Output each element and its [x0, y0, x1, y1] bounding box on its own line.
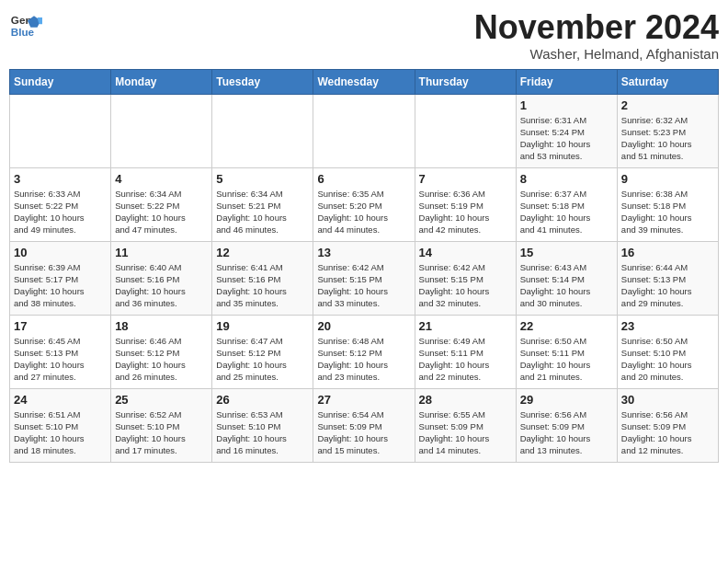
calendar-day-cell: 1Sunrise: 6:31 AMSunset: 5:24 PMDaylight…: [516, 94, 617, 167]
calendar-day-cell: 24Sunrise: 6:51 AMSunset: 5:10 PMDayligh…: [10, 388, 111, 462]
day-number: 17: [14, 319, 107, 333]
calendar-day-cell: 20Sunrise: 6:48 AMSunset: 5:12 PMDayligh…: [313, 315, 415, 388]
day-info: Sunrise: 6:44 AMSunset: 5:13 PMDaylight:…: [621, 261, 714, 310]
day-info: Sunrise: 6:40 AMSunset: 5:16 PMDaylight:…: [115, 261, 208, 310]
day-number: 5: [216, 172, 309, 186]
day-info: Sunrise: 6:47 AMSunset: 5:12 PMDaylight:…: [216, 335, 309, 384]
day-info: Sunrise: 6:50 AMSunset: 5:11 PMDaylight:…: [520, 335, 613, 384]
calendar-day-cell: 22Sunrise: 6:50 AMSunset: 5:11 PMDayligh…: [516, 315, 617, 388]
weekday-header-cell: Saturday: [617, 69, 718, 94]
calendar-day-cell: 16Sunrise: 6:44 AMSunset: 5:13 PMDayligh…: [617, 241, 718, 315]
day-number: 15: [520, 246, 613, 259]
calendar-week-row: 1Sunrise: 6:31 AMSunset: 5:24 PMDaylight…: [10, 94, 719, 167]
day-number: 19: [216, 319, 309, 333]
weekday-header-cell: Wednesday: [313, 69, 415, 94]
day-number: 3: [14, 172, 107, 186]
calendar-day-cell: 27Sunrise: 6:54 AMSunset: 5:09 PMDayligh…: [313, 388, 415, 462]
day-number: 8: [520, 172, 613, 186]
day-info: Sunrise: 6:43 AMSunset: 5:14 PMDaylight:…: [520, 261, 613, 310]
calendar-day-cell: 2Sunrise: 6:32 AMSunset: 5:23 PMDaylight…: [617, 94, 718, 167]
calendar-day-cell: 23Sunrise: 6:50 AMSunset: 5:10 PMDayligh…: [617, 315, 718, 388]
calendar-week-row: 3Sunrise: 6:33 AMSunset: 5:22 PMDaylight…: [10, 167, 719, 241]
logo: General Blue: [9, 9, 42, 42]
day-number: 20: [317, 319, 410, 333]
calendar-table: SundayMondayTuesdayWednesdayThursdayFrid…: [9, 69, 719, 463]
logo-icon: General Blue: [9, 9, 42, 42]
calendar-day-cell: [10, 94, 111, 167]
calendar-day-cell: 26Sunrise: 6:53 AMSunset: 5:10 PMDayligh…: [212, 388, 313, 462]
calendar-title-area: November 2024 Washer, Helmand, Afghanist…: [474, 9, 719, 62]
day-info: Sunrise: 6:31 AMSunset: 5:24 PMDaylight:…: [520, 114, 613, 163]
day-info: Sunrise: 6:39 AMSunset: 5:17 PMDaylight:…: [14, 261, 107, 310]
day-number: 21: [419, 319, 512, 333]
calendar-day-cell: 9Sunrise: 6:38 AMSunset: 5:18 PMDaylight…: [617, 167, 718, 241]
day-number: 16: [621, 246, 714, 259]
day-info: Sunrise: 6:42 AMSunset: 5:15 PMDaylight:…: [317, 261, 410, 310]
calendar-day-cell: 14Sunrise: 6:42 AMSunset: 5:15 PMDayligh…: [415, 241, 516, 315]
calendar-body: 1Sunrise: 6:31 AMSunset: 5:24 PMDaylight…: [10, 94, 719, 462]
calendar-subtitle: Washer, Helmand, Afghanistan: [474, 46, 719, 62]
calendar-day-cell: [212, 94, 313, 167]
day-number: 24: [14, 393, 107, 407]
calendar-week-row: 10Sunrise: 6:39 AMSunset: 5:17 PMDayligh…: [10, 241, 719, 315]
day-number: 1: [520, 98, 613, 112]
weekday-header-cell: Monday: [111, 69, 212, 94]
calendar-day-cell: 7Sunrise: 6:36 AMSunset: 5:19 PMDaylight…: [415, 167, 516, 241]
day-info: Sunrise: 6:56 AMSunset: 5:09 PMDaylight:…: [520, 408, 613, 457]
calendar-day-cell: 18Sunrise: 6:46 AMSunset: 5:12 PMDayligh…: [111, 315, 212, 388]
day-info: Sunrise: 6:52 AMSunset: 5:10 PMDaylight:…: [115, 408, 208, 457]
day-number: 10: [14, 246, 107, 259]
weekday-header-row: SundayMondayTuesdayWednesdayThursdayFrid…: [10, 69, 719, 94]
calendar-day-cell: 17Sunrise: 6:45 AMSunset: 5:13 PMDayligh…: [10, 315, 111, 388]
day-number: 14: [419, 246, 512, 259]
day-number: 11: [115, 246, 208, 259]
weekday-header-cell: Thursday: [415, 69, 516, 94]
day-info: Sunrise: 6:54 AMSunset: 5:09 PMDaylight:…: [317, 408, 410, 457]
day-info: Sunrise: 6:34 AMSunset: 5:22 PMDaylight:…: [115, 188, 208, 236]
calendar-day-cell: 28Sunrise: 6:55 AMSunset: 5:09 PMDayligh…: [415, 388, 516, 462]
day-number: 22: [520, 319, 613, 333]
day-number: 23: [621, 319, 714, 333]
day-info: Sunrise: 6:45 AMSunset: 5:13 PMDaylight:…: [14, 335, 107, 384]
day-number: 9: [621, 172, 714, 186]
day-info: Sunrise: 6:37 AMSunset: 5:18 PMDaylight:…: [520, 188, 613, 236]
day-info: Sunrise: 6:34 AMSunset: 5:21 PMDaylight:…: [216, 188, 309, 236]
day-info: Sunrise: 6:36 AMSunset: 5:19 PMDaylight:…: [419, 188, 512, 236]
calendar-day-cell: [313, 94, 415, 167]
day-number: 2: [621, 98, 714, 112]
day-number: 28: [419, 393, 512, 407]
calendar-day-cell: 30Sunrise: 6:56 AMSunset: 5:09 PMDayligh…: [617, 388, 718, 462]
day-number: 27: [317, 393, 410, 407]
day-info: Sunrise: 6:56 AMSunset: 5:09 PMDaylight:…: [621, 408, 714, 457]
calendar-day-cell: 25Sunrise: 6:52 AMSunset: 5:10 PMDayligh…: [111, 388, 212, 462]
calendar-week-row: 17Sunrise: 6:45 AMSunset: 5:13 PMDayligh…: [10, 315, 719, 388]
day-info: Sunrise: 6:49 AMSunset: 5:11 PMDaylight:…: [419, 335, 512, 384]
day-info: Sunrise: 6:48 AMSunset: 5:12 PMDaylight:…: [317, 335, 410, 384]
day-number: 4: [115, 172, 208, 186]
calendar-day-cell: 10Sunrise: 6:39 AMSunset: 5:17 PMDayligh…: [10, 241, 111, 315]
calendar-day-cell: 11Sunrise: 6:40 AMSunset: 5:16 PMDayligh…: [111, 241, 212, 315]
day-info: Sunrise: 6:41 AMSunset: 5:16 PMDaylight:…: [216, 261, 309, 310]
day-number: 12: [216, 246, 309, 259]
day-info: Sunrise: 6:32 AMSunset: 5:23 PMDaylight:…: [621, 114, 714, 163]
calendar-day-cell: 29Sunrise: 6:56 AMSunset: 5:09 PMDayligh…: [516, 388, 617, 462]
weekday-header-cell: Tuesday: [212, 69, 313, 94]
day-number: 25: [115, 393, 208, 407]
calendar-day-cell: 12Sunrise: 6:41 AMSunset: 5:16 PMDayligh…: [212, 241, 313, 315]
day-info: Sunrise: 6:53 AMSunset: 5:10 PMDaylight:…: [216, 408, 309, 457]
day-info: Sunrise: 6:33 AMSunset: 5:22 PMDaylight:…: [14, 188, 107, 236]
day-info: Sunrise: 6:35 AMSunset: 5:20 PMDaylight:…: [317, 188, 410, 236]
calendar-day-cell: 19Sunrise: 6:47 AMSunset: 5:12 PMDayligh…: [212, 315, 313, 388]
day-number: 26: [216, 393, 309, 407]
calendar-day-cell: [111, 94, 212, 167]
calendar-day-cell: [415, 94, 516, 167]
day-info: Sunrise: 6:42 AMSunset: 5:15 PMDaylight:…: [419, 261, 512, 310]
calendar-day-cell: 21Sunrise: 6:49 AMSunset: 5:11 PMDayligh…: [415, 315, 516, 388]
day-number: 29: [520, 393, 613, 407]
calendar-day-cell: 3Sunrise: 6:33 AMSunset: 5:22 PMDaylight…: [10, 167, 111, 241]
calendar-day-cell: 8Sunrise: 6:37 AMSunset: 5:18 PMDaylight…: [516, 167, 617, 241]
day-info: Sunrise: 6:50 AMSunset: 5:10 PMDaylight:…: [621, 335, 714, 384]
weekday-header-cell: Sunday: [10, 69, 111, 94]
day-number: 6: [317, 172, 410, 186]
day-info: Sunrise: 6:51 AMSunset: 5:10 PMDaylight:…: [14, 408, 107, 457]
